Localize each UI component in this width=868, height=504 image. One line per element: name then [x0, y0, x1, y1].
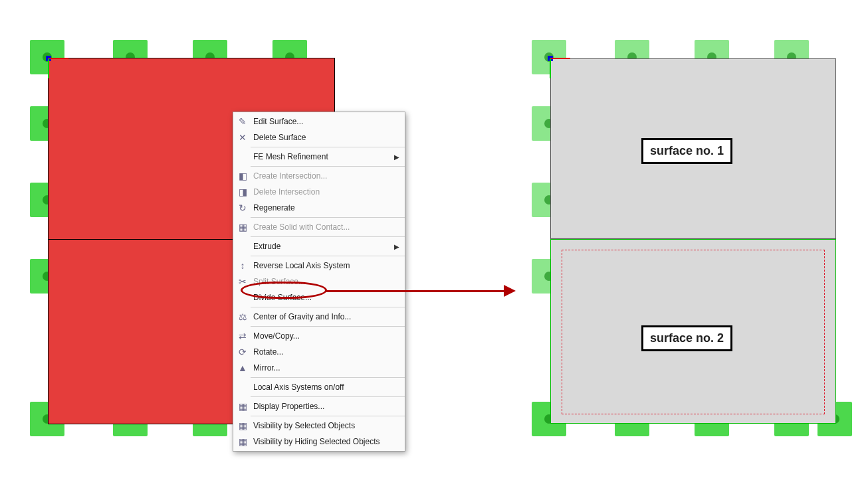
menu-item-label: Center of Gravity and Info... — [252, 312, 399, 321]
mirror-icon: ▲ — [236, 361, 249, 375]
menu-separator — [251, 236, 405, 237]
rotate-icon: ⟳ — [236, 345, 249, 359]
menu-item-regenerate[interactable]: ↻Regenerate — [233, 200, 405, 216]
menu-separator — [251, 217, 405, 218]
menu-item-create-intersection: ◧Create Intersection... — [233, 168, 405, 184]
menu-item-mirror[interactable]: ▲Mirror... — [233, 360, 405, 376]
annotation-arrow-head — [504, 285, 516, 297]
menu-item-label: Extrude — [252, 242, 394, 251]
annotation-arrow-line — [326, 290, 505, 292]
menu-item-fe-mesh-refinement[interactable]: FE Mesh Refinement▶ — [233, 149, 405, 165]
submenu-arrow-icon: ▶ — [394, 153, 399, 161]
display-properties-icon: ▦ — [236, 400, 249, 413]
menu-item-label: Regenerate — [252, 203, 399, 212]
menu-item-label: FE Mesh Refinement — [252, 152, 394, 161]
menu-item-move-copy[interactable]: ⇄Move/Copy... — [233, 328, 405, 344]
create-intersection-icon: ◧ — [236, 169, 249, 183]
menu-item-delete-surface[interactable]: ✕Delete Surface — [233, 129, 405, 145]
local-axis-systems-on-off-icon — [236, 380, 249, 394]
visibility-by-hiding-selected-objects-icon: ▦ — [236, 435, 249, 448]
visibility-by-selected-objects-icon: ▦ — [236, 419, 249, 432]
create-solid-with-contact-icon: ▦ — [236, 220, 249, 234]
delete-surface-icon: ✕ — [236, 131, 249, 144]
surface-2-label: surface no. 2 — [641, 325, 732, 351]
menu-item-rotate[interactable]: ⟳Rotate... — [233, 344, 405, 360]
menu-item-label: Divide Surface... — [252, 293, 399, 302]
menu-item-label: Edit Surface... — [252, 117, 399, 126]
menu-item-label: Split Surface... — [252, 277, 399, 286]
menu-separator — [251, 147, 405, 147]
menu-item-label: Visibility by Selected Objects — [252, 421, 399, 430]
edit-surface-icon: ✎ — [236, 115, 249, 128]
menu-item-label: Reverse Local Axis System — [252, 261, 399, 270]
menu-item-split-surface: ✂Split Surface... — [233, 274, 405, 290]
y-axis-icon — [48, 58, 49, 78]
menu-item-extrude[interactable]: Extrude▶ — [233, 238, 405, 254]
menu-separator — [251, 416, 405, 416]
delete-intersection-icon: ◨ — [236, 185, 249, 199]
menu-item-label: Move/Copy... — [252, 331, 399, 341]
menu-separator — [251, 307, 405, 307]
menu-item-label: Visibility by Hiding Selected Objects — [252, 437, 399, 446]
surface-1-label: surface no. 1 — [641, 138, 732, 164]
menu-item-label: Delete Surface — [252, 133, 399, 142]
fe-mesh-refinement-icon — [236, 150, 249, 163]
menu-separator — [251, 256, 405, 256]
x-axis-icon — [550, 58, 570, 59]
reverse-local-axis-system-icon: ↕ — [236, 259, 249, 272]
surface-context-menu: ✎Edit Surface...✕Delete SurfaceFE Mesh R… — [233, 112, 405, 452]
menu-separator — [251, 166, 405, 167]
menu-item-label: Create Solid with Contact... — [252, 222, 399, 232]
submenu-arrow-icon: ▶ — [394, 243, 399, 250]
x-axis-icon — [49, 58, 68, 59]
move-copy-icon: ⇄ — [236, 329, 249, 343]
menu-item-visibility-by-hiding-selected-objects[interactable]: ▦Visibility by Hiding Selected Objects — [233, 434, 405, 450]
menu-item-label: Rotate... — [252, 347, 399, 357]
menu-item-visibility-by-selected-objects[interactable]: ▦Visibility by Selected Objects — [233, 418, 405, 434]
menu-item-local-axis-systems-on-off[interactable]: Local Axis Systems on/off — [233, 379, 405, 395]
regenerate-icon: ↻ — [236, 201, 249, 214]
y-axis-icon — [550, 58, 551, 78]
menu-item-label: Create Intersection... — [252, 171, 399, 181]
menu-item-edit-surface[interactable]: ✎Edit Surface... — [233, 114, 405, 129]
menu-item-reverse-local-axis-system[interactable]: ↕Reverse Local Axis System — [233, 258, 405, 274]
menu-item-display-properties[interactable]: ▦Display Properties... — [233, 398, 405, 414]
divide-surface-icon — [236, 291, 249, 304]
menu-separator — [251, 396, 405, 397]
menu-separator — [251, 326, 405, 327]
menu-item-center-of-gravity-and-info[interactable]: ⚖Center of Gravity and Info... — [233, 309, 405, 325]
right-model-view: surface no. 1 surface no. 2 — [532, 40, 851, 438]
menu-item-label: Display Properties... — [252, 402, 399, 411]
menu-item-create-solid-with-contact: ▦Create Solid with Contact... — [233, 219, 405, 235]
extrude-icon — [236, 240, 249, 253]
split-surface-icon: ✂ — [236, 275, 249, 288]
center-of-gravity-and-info-icon: ⚖ — [236, 310, 249, 323]
menu-item-label: Delete Intersection — [252, 187, 399, 197]
menu-separator — [251, 377, 405, 378]
menu-item-label: Mirror... — [252, 363, 399, 373]
menu-item-label: Local Axis Systems on/off — [252, 382, 399, 392]
menu-item-delete-intersection: ◨Delete Intersection — [233, 184, 405, 200]
